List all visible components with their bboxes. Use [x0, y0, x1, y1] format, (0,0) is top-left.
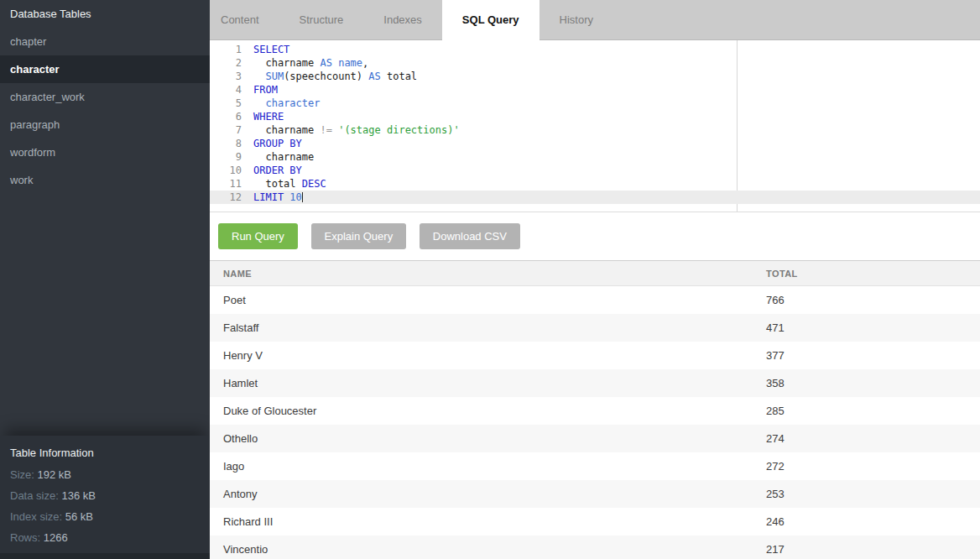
info-row-data-size-: Data size: 136 kB: [0, 485, 210, 506]
code-token: AS: [320, 57, 331, 69]
column-header-total: TOTAL: [753, 261, 980, 286]
total-cell: 358: [753, 369, 980, 397]
info-value: 56 kB: [65, 510, 93, 523]
table-row: Henry V377: [210, 342, 980, 369]
download-csv-button[interactable]: Download CSV: [420, 223, 520, 249]
code-token: '(stage directions)': [338, 124, 460, 136]
tab-content[interactable]: Content: [210, 0, 279, 40]
editor-line-6: 6WHERE: [210, 110, 980, 123]
line-number: 2: [210, 56, 242, 70]
table-row: Othello274: [210, 425, 980, 452]
table-information-rows: Size: 192 kBData size: 136 kBIndex size:…: [0, 464, 210, 548]
sidebar-title: Database Tables: [0, 0, 210, 28]
column-header-name: NAME: [210, 261, 753, 286]
table-row: Vincentio217: [210, 535, 980, 559]
editor-line-8: 8GROUP BY: [210, 137, 980, 150]
editor-line-12: 12LIMIT 10: [210, 191, 980, 204]
explain-query-button[interactable]: Explain Query: [311, 223, 407, 249]
text-cursor: [302, 192, 303, 202]
total-cell: 272: [753, 452, 980, 480]
code-line: WHERE: [242, 110, 284, 123]
info-row-index-size-: Index size: 56 kB: [0, 506, 210, 527]
code-token: charname: [253, 124, 320, 136]
query-toolbar: Run Query Explain Query Download CSV: [210, 212, 980, 260]
editor-line-3: 3 SUM(speechcount) AS total: [210, 70, 980, 83]
code-line: charname != '(stage directions)': [242, 123, 460, 137]
line-number: 1: [210, 43, 242, 56]
sidebar-item-paragraph[interactable]: paragraph: [0, 111, 210, 138]
code-token: AS: [368, 71, 380, 82]
name-cell: Othello: [210, 425, 753, 452]
tab-sql-query[interactable]: SQL Query: [442, 0, 540, 40]
name-cell: Falstaff: [210, 314, 753, 342]
results-table: NAME TOTAL Poet766Falstaff471Henry V377H…: [210, 260, 980, 559]
line-number: 10: [210, 164, 242, 177]
line-number: 5: [210, 97, 242, 110]
code-line: charname: [242, 150, 314, 164]
total-cell: 217: [753, 535, 980, 559]
sidebar-item-chapter[interactable]: chapter: [0, 28, 210, 55]
total-cell: 285: [753, 397, 980, 425]
name-cell: Vincentio: [210, 535, 753, 559]
code-token: [253, 71, 265, 82]
code-token: SUM: [265, 71, 284, 82]
info-label: Rows:: [10, 531, 44, 544]
line-number: 8: [210, 137, 242, 150]
info-label: Size:: [10, 468, 38, 481]
code-token: LIMIT: [253, 191, 284, 203]
total-cell: 766: [753, 286, 980, 314]
code-token: SELECT: [253, 44, 289, 55]
table-row: Iago272: [210, 452, 980, 480]
code-line: character: [242, 97, 320, 110]
code-line: SUM(speechcount) AS total: [242, 70, 417, 83]
code-token: character: [265, 97, 320, 109]
code-token: ORDER BY: [253, 165, 302, 176]
sidebar-item-character-work[interactable]: character_work: [0, 83, 210, 111]
results-area: NAME TOTAL Poet766Falstaff471Henry V377H…: [210, 260, 980, 559]
table-information-title: Table Information: [0, 436, 210, 464]
code-token: FROM: [253, 84, 278, 96]
tab-structure[interactable]: Structure: [279, 0, 364, 40]
editor-line-5: 5 character: [210, 97, 980, 110]
code-line: FROM: [242, 83, 278, 97]
line-number: 3: [210, 70, 242, 83]
sidebar-item-work[interactable]: work: [0, 166, 210, 194]
app-window: Database Tables chaptercharactercharacte…: [0, 0, 980, 559]
name-cell: Poet: [210, 286, 753, 314]
name-cell: Henry V: [210, 342, 753, 369]
tab-history[interactable]: History: [540, 0, 613, 40]
code-line: LIMIT 10: [242, 191, 303, 204]
info-value: 136 kB: [61, 489, 95, 502]
code-token: WHERE: [253, 111, 284, 123]
sidebar-item-wordform[interactable]: wordform: [0, 138, 210, 166]
code-token: charname: [253, 151, 314, 163]
sidebar: Database Tables chaptercharactercharacte…: [0, 0, 210, 559]
table-row: Antony253: [210, 480, 980, 508]
editor-line-1: 1SELECT: [210, 43, 980, 56]
editor-line-2: 2 charname AS name,: [210, 56, 980, 70]
code-token: DESC: [302, 178, 326, 190]
code-token: total: [381, 71, 417, 82]
code-token: GROUP BY: [253, 138, 302, 149]
line-number: 11: [210, 177, 242, 191]
tab-bar: ContentStructureIndexesSQL QueryHistory: [210, 0, 980, 40]
name-cell: Richard III: [210, 508, 753, 535]
total-cell: 377: [753, 342, 980, 369]
code-token: total: [253, 178, 302, 190]
table-row: Poet766: [210, 286, 980, 314]
editor-line-4: 4FROM: [210, 83, 980, 97]
sidebar-item-character[interactable]: character: [0, 55, 210, 83]
tab-indexes[interactable]: Indexes: [363, 0, 442, 40]
info-value: 1266: [44, 531, 68, 544]
sql-editor[interactable]: 1SELECT2 charname AS name,3 SUM(speechco…: [210, 40, 980, 212]
line-number: 9: [210, 150, 242, 164]
code-token: !=: [320, 124, 331, 136]
total-cell: 471: [753, 314, 980, 342]
line-number: 7: [210, 123, 242, 137]
table-row: Falstaff471: [210, 314, 980, 342]
code-line: total DESC: [242, 177, 326, 191]
run-query-button[interactable]: Run Query: [218, 223, 298, 249]
total-cell: 253: [753, 480, 980, 508]
line-number: 4: [210, 83, 242, 97]
name-cell: Iago: [210, 452, 753, 480]
